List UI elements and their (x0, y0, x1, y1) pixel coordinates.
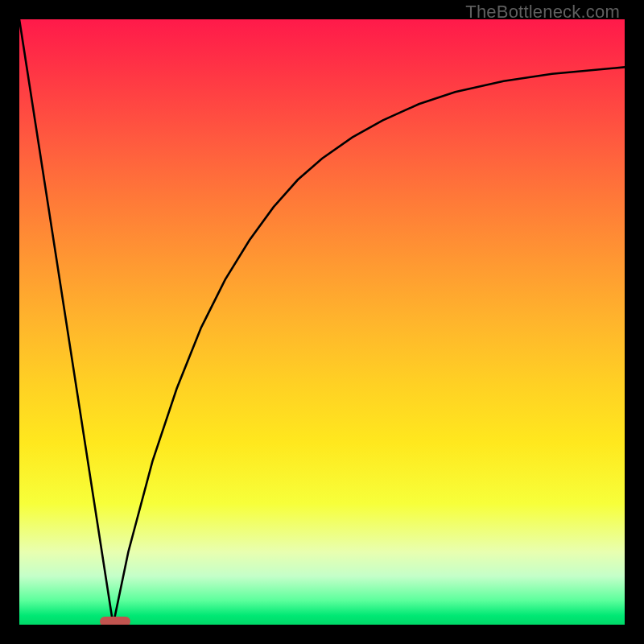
left-line (19, 19, 114, 625)
curves-svg (19, 19, 625, 625)
right-curve (114, 67, 625, 625)
chart-frame: TheBottleneck.com (0, 0, 644, 644)
watermark-text: TheBottleneck.com (465, 2, 620, 23)
baseline-marker (100, 617, 130, 625)
plot-area (19, 19, 625, 625)
